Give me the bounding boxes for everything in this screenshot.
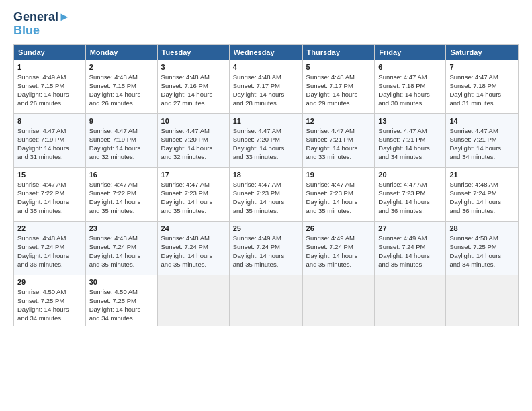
day-info: Sunrise: 4:47 AMSunset: 7:22 PMDaylight:… [17, 180, 82, 216]
weekday-header: Saturday [446, 44, 519, 60]
calendar-cell: 18Sunrise: 4:47 AMSunset: 7:23 PMDayligh… [229, 167, 302, 221]
day-info: Sunrise: 4:47 AMSunset: 7:23 PMDaylight:… [378, 180, 442, 216]
weekday-header: Sunday [14, 44, 86, 60]
calendar-cell: 5Sunrise: 4:48 AMSunset: 7:17 PMDaylight… [302, 60, 375, 113]
day-info: Sunrise: 4:47 AMSunset: 7:21 PMDaylight:… [378, 126, 442, 162]
header: General► Blue [13, 11, 519, 38]
calendar-cell [157, 275, 229, 326]
day-info: Sunrise: 4:47 AMSunset: 7:22 PMDaylight:… [89, 180, 154, 216]
calendar-cell: 29Sunrise: 4:50 AMSunset: 7:25 PMDayligh… [14, 275, 86, 326]
calendar-cell: 7Sunrise: 4:47 AMSunset: 7:18 PMDaylight… [446, 60, 519, 113]
calendar-cell: 19Sunrise: 4:47 AMSunset: 7:23 PMDayligh… [302, 167, 375, 221]
logo-blue: Blue [13, 24, 71, 38]
day-number: 20 [378, 171, 442, 179]
logo-text: General► [13, 11, 71, 24]
day-info: Sunrise: 4:47 AMSunset: 7:23 PMDaylight:… [233, 180, 299, 216]
calendar: SundayMondayTuesdayWednesdayThursdayFrid… [13, 44, 519, 326]
calendar-cell: 13Sunrise: 4:47 AMSunset: 7:21 PMDayligh… [375, 113, 446, 167]
weekday-header: Wednesday [229, 44, 302, 60]
day-number: 27 [378, 224, 442, 232]
calendar-cell: 14Sunrise: 4:47 AMSunset: 7:21 PMDayligh… [446, 113, 519, 167]
calendar-cell: 30Sunrise: 4:50 AMSunset: 7:25 PMDayligh… [85, 275, 157, 326]
day-number: 12 [306, 117, 371, 125]
calendar-cell [229, 275, 302, 326]
calendar-cell: 10Sunrise: 4:47 AMSunset: 7:20 PMDayligh… [157, 113, 229, 167]
day-number: 21 [449, 171, 515, 179]
calendar-cell: 25Sunrise: 4:49 AMSunset: 7:24 PMDayligh… [229, 221, 302, 275]
calendar-cell: 3Sunrise: 4:48 AMSunset: 7:16 PMDaylight… [157, 60, 229, 113]
day-number: 2 [89, 63, 154, 71]
calendar-cell: 26Sunrise: 4:49 AMSunset: 7:24 PMDayligh… [302, 221, 375, 275]
calendar-cell: 1Sunrise: 4:49 AMSunset: 7:15 PMDaylight… [14, 60, 86, 113]
day-info: Sunrise: 4:48 AMSunset: 7:16 PMDaylight:… [161, 73, 226, 108]
calendar-cell: 15Sunrise: 4:47 AMSunset: 7:22 PMDayligh… [14, 167, 86, 221]
day-number: 26 [306, 224, 371, 232]
day-info: Sunrise: 4:47 AMSunset: 7:23 PMDaylight:… [161, 180, 226, 216]
day-info: Sunrise: 4:49 AMSunset: 7:24 PMDaylight:… [306, 234, 371, 269]
day-number: 28 [449, 224, 515, 232]
calendar-cell: 9Sunrise: 4:47 AMSunset: 7:19 PMDaylight… [85, 113, 157, 167]
day-number: 14 [449, 117, 515, 125]
day-info: Sunrise: 4:49 AMSunset: 7:24 PMDaylight:… [233, 234, 299, 269]
page: General► Blue SundayMondayTuesdayWednesd… [0, 0, 532, 411]
day-number: 17 [161, 171, 226, 179]
calendar-cell: 24Sunrise: 4:48 AMSunset: 7:24 PMDayligh… [157, 221, 229, 275]
day-info: Sunrise: 4:49 AMSunset: 7:24 PMDaylight:… [378, 234, 442, 269]
day-info: Sunrise: 4:47 AMSunset: 7:23 PMDaylight:… [306, 180, 371, 216]
day-info: Sunrise: 4:47 AMSunset: 7:20 PMDaylight:… [233, 126, 299, 162]
day-number: 4 [233, 63, 299, 71]
weekday-header: Friday [375, 44, 446, 60]
day-number: 10 [161, 117, 226, 125]
day-info: Sunrise: 4:47 AMSunset: 7:19 PMDaylight:… [89, 126, 154, 162]
day-info: Sunrise: 4:48 AMSunset: 7:24 PMDaylight:… [449, 180, 515, 216]
day-number: 6 [378, 63, 442, 71]
day-info: Sunrise: 4:47 AMSunset: 7:21 PMDaylight:… [449, 126, 515, 162]
logo: General► Blue [13, 11, 71, 38]
day-number: 1 [17, 63, 82, 71]
day-number: 18 [233, 171, 299, 179]
day-number: 19 [306, 171, 371, 179]
day-number: 3 [161, 63, 226, 71]
day-info: Sunrise: 4:47 AMSunset: 7:19 PMDaylight:… [17, 126, 82, 162]
day-info: Sunrise: 4:47 AMSunset: 7:18 PMDaylight:… [378, 73, 442, 108]
calendar-cell [375, 275, 446, 326]
day-number: 25 [233, 224, 299, 232]
calendar-cell: 8Sunrise: 4:47 AMSunset: 7:19 PMDaylight… [14, 113, 86, 167]
day-number: 30 [89, 278, 154, 286]
calendar-cell: 12Sunrise: 4:47 AMSunset: 7:21 PMDayligh… [302, 113, 375, 167]
weekday-header: Thursday [302, 44, 375, 60]
day-info: Sunrise: 4:48 AMSunset: 7:24 PMDaylight:… [89, 234, 154, 269]
calendar-cell: 22Sunrise: 4:48 AMSunset: 7:24 PMDayligh… [14, 221, 86, 275]
calendar-cell: 2Sunrise: 4:48 AMSunset: 7:15 PMDaylight… [85, 60, 157, 113]
calendar-cell: 17Sunrise: 4:47 AMSunset: 7:23 PMDayligh… [157, 167, 229, 221]
day-number: 8 [17, 117, 82, 125]
day-info: Sunrise: 4:48 AMSunset: 7:24 PMDaylight:… [17, 234, 82, 269]
day-number: 15 [17, 171, 82, 179]
day-number: 23 [89, 224, 154, 232]
day-number: 11 [233, 117, 299, 125]
calendar-cell: 4Sunrise: 4:48 AMSunset: 7:17 PMDaylight… [229, 60, 302, 113]
weekday-header: Monday [85, 44, 157, 60]
day-info: Sunrise: 4:50 AMSunset: 7:25 PMDaylight:… [449, 234, 515, 269]
calendar-cell: 6Sunrise: 4:47 AMSunset: 7:18 PMDaylight… [375, 60, 446, 113]
day-number: 29 [17, 278, 82, 286]
day-number: 16 [89, 171, 154, 179]
day-number: 7 [449, 63, 515, 71]
calendar-cell: 27Sunrise: 4:49 AMSunset: 7:24 PMDayligh… [375, 221, 446, 275]
calendar-cell: 16Sunrise: 4:47 AMSunset: 7:22 PMDayligh… [85, 167, 157, 221]
calendar-cell: 21Sunrise: 4:48 AMSunset: 7:24 PMDayligh… [446, 167, 519, 221]
day-info: Sunrise: 4:50 AMSunset: 7:25 PMDaylight:… [89, 287, 154, 323]
day-number: 22 [17, 224, 82, 232]
day-info: Sunrise: 4:47 AMSunset: 7:21 PMDaylight:… [306, 126, 371, 162]
calendar-cell: 20Sunrise: 4:47 AMSunset: 7:23 PMDayligh… [375, 167, 446, 221]
calendar-cell [446, 275, 519, 326]
day-info: Sunrise: 4:48 AMSunset: 7:17 PMDaylight:… [306, 73, 371, 108]
day-info: Sunrise: 4:48 AMSunset: 7:24 PMDaylight:… [161, 234, 226, 269]
day-info: Sunrise: 4:50 AMSunset: 7:25 PMDaylight:… [17, 287, 82, 323]
day-number: 5 [306, 63, 371, 71]
day-info: Sunrise: 4:47 AMSunset: 7:20 PMDaylight:… [161, 126, 226, 162]
day-number: 9 [89, 117, 154, 125]
day-number: 13 [378, 117, 442, 125]
calendar-cell: 11Sunrise: 4:47 AMSunset: 7:20 PMDayligh… [229, 113, 302, 167]
weekday-header: Tuesday [157, 44, 229, 60]
